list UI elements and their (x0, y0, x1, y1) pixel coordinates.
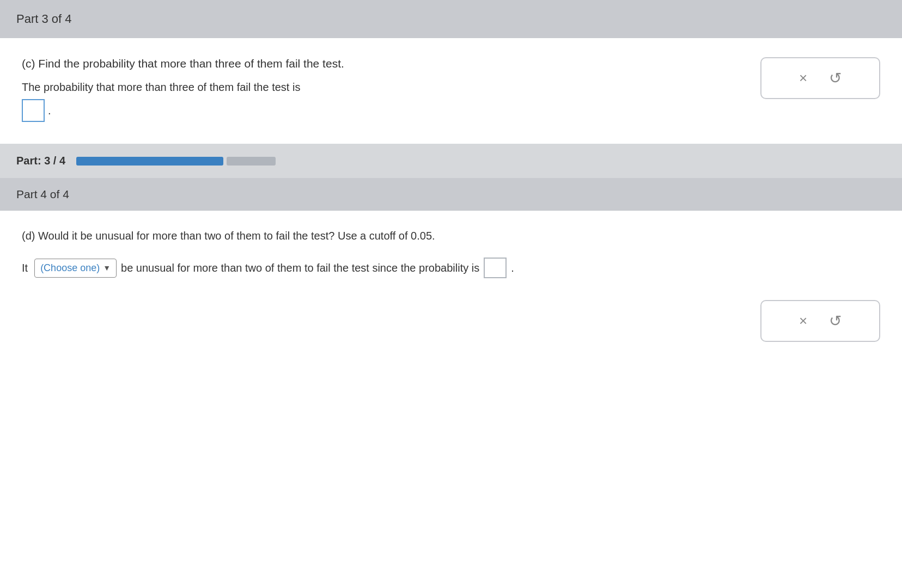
part3-header-text: Part 3 of 4 (16, 12, 72, 26)
part4-sentence-rest: be unusual for more than two of them to … (121, 262, 479, 274)
part3-question-text-area: (c) Find the probability that more than … (22, 57, 760, 122)
part3-question-row: (c) Find the probability that more than … (22, 57, 880, 122)
part4-header: Part 4 of 4 (0, 178, 902, 211)
part4-reset-icon: ↺ (829, 312, 842, 330)
progress-bar-empty (227, 157, 276, 166)
progress-label-prefix: Part: (16, 155, 41, 167)
part4-close-button[interactable]: × (799, 313, 807, 329)
progress-bar-container (76, 157, 294, 166)
part4-card: (d) Would it be unusual for more than tw… (0, 211, 902, 588)
part3-card: (c) Find the probability that more than … (0, 38, 902, 144)
probability-text: The probability that more than three of … (22, 81, 300, 93)
part4-action-panel: × ↺ (760, 300, 880, 342)
progress-bar-fill (76, 157, 223, 166)
part3-answer-row: . (22, 99, 760, 122)
part4-reset-button[interactable]: ↺ (829, 312, 842, 330)
part3-reset-icon: ↺ (829, 69, 842, 87)
part4-header-text: Part 4 of 4 (16, 188, 69, 200)
part4-it-label: It (22, 262, 28, 274)
part3-period: . (48, 105, 51, 117)
page-wrapper: Part 3 of 4 (c) Find the probability tha… (0, 0, 902, 588)
progress-total: 4 (59, 155, 65, 167)
part3-action-panel: × ↺ (760, 57, 880, 99)
progress-section: Part: 3 / 4 (0, 144, 902, 178)
part3-probability-sentence: The probability that more than three of … (22, 81, 760, 94)
progress-label: Part: 3 / 4 (16, 155, 65, 167)
part4-answer-input[interactable] (484, 258, 507, 278)
dropdown-placeholder-text: (Choose one) (40, 262, 100, 274)
part3-header: Part 3 of 4 (0, 0, 902, 38)
part4-answer-row: It (Choose one) ▼ be unusual for more th… (22, 258, 880, 278)
part4-close-icon: × (799, 313, 807, 329)
progress-separator: / (53, 155, 59, 167)
part3-reset-button[interactable]: ↺ (829, 69, 842, 87)
part3-close-icon: × (799, 70, 807, 87)
dropdown-arrow-icon: ▼ (103, 264, 111, 272)
part4-bottom-actions: × ↺ (22, 300, 880, 342)
part3-close-button[interactable]: × (799, 70, 807, 87)
part3-answer-input[interactable] (22, 99, 45, 122)
progress-current: 3 (44, 155, 50, 167)
part3-question-label: (c) Find the probability that more than … (22, 57, 760, 70)
part4-question: (d) Would it be unusual for more than tw… (22, 230, 880, 242)
part4-period: . (511, 262, 514, 274)
part4-choose-dropdown[interactable]: (Choose one) ▼ (34, 259, 117, 278)
